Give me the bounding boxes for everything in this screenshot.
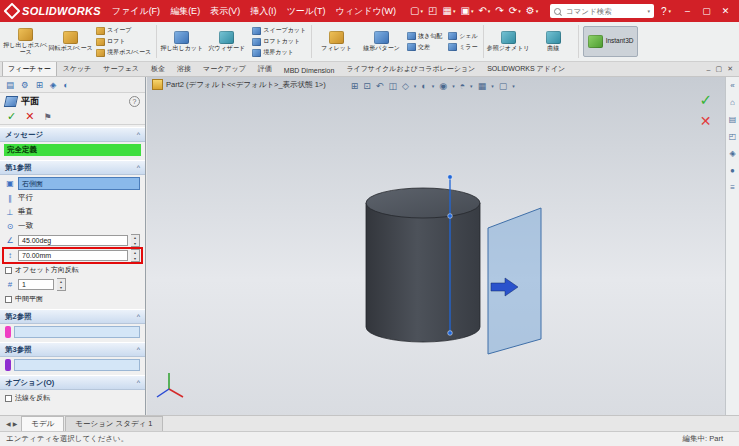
restore-document-icon[interactable]: ▢ bbox=[716, 65, 723, 73]
offset-distance-input[interactable]: 70.00mm bbox=[18, 250, 128, 261]
sketch-point[interactable] bbox=[448, 331, 453, 336]
hole-wizard-button[interactable]: 穴ウィザード bbox=[204, 23, 249, 60]
caret-icon[interactable]: ▾ bbox=[452, 83, 455, 89]
help-icon[interactable]: ? bbox=[129, 96, 140, 107]
home-icon[interactable]: ⌂ bbox=[730, 98, 735, 107]
hide-show-items-icon[interactable]: ◉ bbox=[439, 81, 447, 91]
maximize-button[interactable]: ▢ bbox=[697, 0, 716, 22]
linear-pattern-button[interactable]: 線形パターン bbox=[359, 23, 404, 60]
angle-input[interactable]: 45.00deg bbox=[18, 235, 128, 246]
boundary-boss-button[interactable]: 境界ボス/ベース bbox=[96, 48, 151, 57]
menu-window[interactable]: ウィンドウ(W) bbox=[331, 0, 402, 22]
plane-count-input[interactable]: 1 bbox=[18, 279, 54, 290]
confirm-ok-button[interactable]: ✓ bbox=[699, 92, 712, 107]
ok-button[interactable]: ✓ bbox=[7, 111, 16, 122]
spin-down-icon[interactable]: ▾ bbox=[57, 285, 65, 291]
confirm-cancel-button[interactable]: ✕ bbox=[700, 114, 712, 128]
extruded-cut-button[interactable]: 押し出しカット bbox=[159, 23, 204, 60]
mid-plane-checkbox[interactable] bbox=[5, 296, 12, 303]
message-section-header[interactable]: メッセージ ^ bbox=[0, 127, 145, 142]
first-reference-selection-field[interactable]: 右側面 bbox=[18, 177, 140, 190]
apply-scene-icon[interactable]: ▦ bbox=[478, 81, 487, 91]
tab-markup[interactable]: マークアップ bbox=[197, 62, 252, 76]
caret-icon[interactable]: ▾ bbox=[432, 83, 435, 89]
first-reference-section-header[interactable]: 第1参照 ^ bbox=[0, 160, 145, 175]
spin-down-icon[interactable]: ▾ bbox=[131, 241, 139, 247]
breadcrumb-label[interactable]: Part2 (デフォルト<<デフォルト>_表示状態 1>) bbox=[166, 80, 326, 90]
menu-insert[interactable]: 挿入(I) bbox=[245, 0, 282, 22]
sketch-point[interactable] bbox=[448, 175, 453, 180]
sketch-point[interactable] bbox=[448, 214, 453, 219]
second-reference-section-header[interactable]: 第2参照 ^ bbox=[0, 309, 145, 324]
displaymanager-tab-icon[interactable]: ◐ bbox=[63, 80, 68, 90]
mirror-button[interactable]: ミラー bbox=[448, 43, 477, 52]
extruded-boss-base-button[interactable]: 押し出しボス/ベース bbox=[3, 23, 48, 60]
menu-file[interactable]: ファイル(F) bbox=[107, 0, 165, 22]
tab-evaluate[interactable]: 評価 bbox=[252, 62, 278, 76]
dimxpertmanager-tab-icon[interactable]: ◈ bbox=[50, 80, 57, 90]
minimize-document-icon[interactable]: – bbox=[707, 66, 711, 73]
undo-button[interactable]: ↶▾ bbox=[477, 5, 491, 17]
caret-icon[interactable]: ▾ bbox=[414, 83, 417, 89]
reference-geometry-button[interactable]: 参照ジオメトリ bbox=[486, 23, 531, 60]
swept-cut-button[interactable]: スイープカット bbox=[252, 26, 306, 35]
menu-view[interactable]: 表示(V) bbox=[205, 0, 245, 22]
tab-motion-study-1[interactable]: モーション スタディ 1 bbox=[65, 416, 162, 431]
configurationmanager-tab-icon[interactable]: ⊞ bbox=[36, 80, 43, 90]
offset-plane[interactable] bbox=[488, 208, 541, 354]
options-section-header[interactable]: オプション(O) ^ bbox=[0, 375, 145, 390]
tab-scroll-left-icon[interactable]: ◀ bbox=[6, 420, 11, 427]
appearances-icon[interactable]: ● bbox=[730, 166, 735, 175]
view-settings-icon[interactable]: ▢ bbox=[499, 81, 508, 91]
angle-stepper[interactable]: ▴▾ bbox=[131, 234, 140, 247]
options-button[interactable]: ⚙▾ bbox=[525, 5, 539, 17]
file-explorer-icon[interactable]: ◰ bbox=[729, 132, 737, 141]
lofted-cut-button[interactable]: ロフトカット bbox=[252, 37, 306, 46]
tab-sketch[interactable]: スケッチ bbox=[57, 62, 98, 76]
intersect-button[interactable]: 交差 bbox=[407, 43, 442, 52]
previous-view-icon[interactable]: ↶ bbox=[376, 81, 384, 91]
third-reference-field[interactable] bbox=[14, 359, 140, 371]
close-button[interactable]: ✕ bbox=[716, 0, 735, 22]
revolved-boss-base-button[interactable]: 回転ボス/ベース bbox=[48, 23, 93, 60]
minimize-button[interactable]: – bbox=[678, 0, 697, 22]
search-caret-icon[interactable]: ▾ bbox=[647, 8, 650, 14]
caret-icon[interactable]: ▾ bbox=[512, 83, 515, 89]
display-style-icon[interactable]: ◐ bbox=[421, 81, 426, 91]
custom-properties-icon[interactable]: ≡ bbox=[730, 183, 735, 192]
open-document-button[interactable]: ◰ bbox=[427, 5, 438, 17]
plane-count-stepper[interactable]: ▴▾ bbox=[57, 278, 66, 291]
menu-tools[interactable]: ツール(T) bbox=[282, 0, 331, 22]
flip-normal-checkbox[interactable] bbox=[5, 395, 12, 402]
command-search-input[interactable] bbox=[564, 6, 644, 17]
perpendicular-option[interactable]: ⊥ 垂直 bbox=[4, 206, 141, 218]
draft-button[interactable]: 抜き勾配 bbox=[407, 32, 442, 41]
collapse-task-pane-icon[interactable]: « bbox=[730, 81, 734, 90]
cancel-button[interactable]: ✕ bbox=[25, 111, 34, 122]
help-menu[interactable]: ?▾ bbox=[654, 6, 678, 17]
rebuild-button[interactable]: ⟳▾ bbox=[508, 5, 522, 17]
tab-surfaces[interactable]: サーフェス bbox=[97, 62, 145, 76]
caret-icon[interactable]: ▾ bbox=[491, 83, 494, 89]
tab-model[interactable]: モデル bbox=[21, 416, 64, 431]
curves-button[interactable]: 曲線 bbox=[531, 23, 576, 60]
caret-icon[interactable]: ▾ bbox=[470, 83, 473, 89]
view-palette-icon[interactable]: ◈ bbox=[729, 149, 735, 158]
tab-sheet-metal[interactable]: 板金 bbox=[145, 62, 171, 76]
parallel-option[interactable]: ∥ 平行 bbox=[4, 192, 141, 204]
design-library-icon[interactable]: ▤ bbox=[729, 115, 737, 124]
swept-boss-button[interactable]: スイープ bbox=[96, 26, 151, 35]
coincident-option[interactable]: ⊙ 一致 bbox=[4, 220, 141, 232]
print-document-button[interactable]: ▣▾ bbox=[459, 5, 474, 17]
tab-solidworks-addins[interactable]: SOLIDWORKS アドイン bbox=[481, 62, 571, 76]
spin-down-icon[interactable]: ▾ bbox=[131, 256, 139, 262]
flip-offset-checkbox[interactable] bbox=[5, 267, 12, 274]
zoom-to-area-icon[interactable]: ⊡ bbox=[363, 81, 371, 91]
menu-edit[interactable]: 編集(E) bbox=[165, 0, 205, 22]
boundary-cut-button[interactable]: 境界カット bbox=[252, 48, 306, 57]
cylinder-body[interactable] bbox=[366, 203, 480, 342]
tab-weldments[interactable]: 溶接 bbox=[171, 62, 197, 76]
zoom-fit-icon[interactable]: ⊞ bbox=[351, 81, 359, 91]
tab-lifecycle-collaboration[interactable]: ライフサイクルおよびコラボレーション bbox=[340, 62, 481, 76]
second-reference-field[interactable] bbox=[14, 326, 140, 338]
